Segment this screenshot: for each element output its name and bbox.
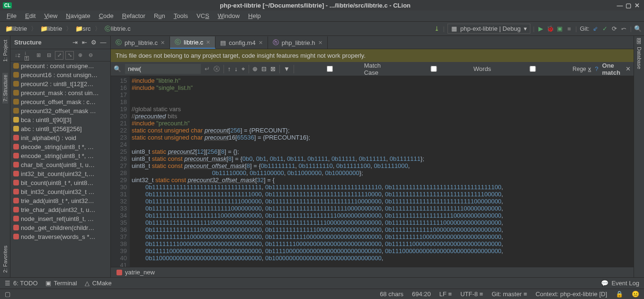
stop-icon[interactable]: ■ — [566, 26, 572, 32]
structure-item[interactable]: decode_string(uint8_t *, … — [10, 142, 110, 151]
structure-item[interactable]: node_insert_ref(uint8_t, … — [10, 214, 110, 223]
code-editor[interactable]: 15 16 17 18 19 20 21 22 23 24 25 26 27 2… — [111, 76, 634, 267]
close-icon[interactable]: ✕ — [206, 39, 210, 45]
help-icon[interactable]: ? — [595, 65, 598, 72]
sort-visibility-icon[interactable]: ↓⚿ — [24, 51, 32, 60]
sort-alpha-icon[interactable]: ↓ẓ — [13, 51, 22, 60]
regex-checkbox[interactable]: Regex — [495, 65, 591, 72]
structure-item[interactable]: abc : uint8_t[256][256] — [10, 124, 110, 133]
group2-icon[interactable]: ⊟ — [45, 51, 53, 60]
git-commit-icon[interactable]: ✓ — [602, 26, 608, 32]
add-selection-icon[interactable]: ⊕ — [252, 65, 258, 72]
menu-code[interactable]: Code — [95, 11, 117, 20]
tool-terminal[interactable]: ▣Terminal — [45, 280, 77, 287]
crumb-label[interactable]: yatrie_new — [125, 269, 155, 276]
tab-php-libtrie-h[interactable]: ⓗ php_libtrie.h ✕ — [268, 36, 328, 49]
newline-icon[interactable]: ↵ — [205, 65, 210, 72]
tool-todo[interactable]: ☰6: TODO — [5, 280, 38, 287]
prev-match-icon[interactable]: ↑ — [228, 65, 231, 72]
select-word-icon[interactable]: ⊟ — [261, 65, 267, 72]
words-checkbox[interactable]: Words — [396, 65, 491, 72]
close-find-icon[interactable]: ✕ — [626, 65, 631, 72]
menu-window[interactable]: Window — [214, 11, 243, 20]
tool-database[interactable]: Database — [636, 45, 642, 71]
close-icon[interactable]: ✕ — [259, 40, 263, 46]
structure-item[interactable]: precount_mask : const uin… — [10, 88, 110, 97]
structure-item[interactable]: trie_char_add(uint32_t, u… — [10, 205, 110, 214]
group-icon[interactable]: ⊞ — [34, 51, 43, 60]
close-icon[interactable]: ✕ — [161, 40, 165, 46]
tab-config-m4[interactable]: ▤ config.m4 ✕ — [215, 36, 268, 49]
find-input[interactable] — [125, 64, 201, 74]
tool-cmake[interactable]: △CMake — [85, 280, 112, 287]
collapse-all-icon[interactable]: ⊖ — [86, 51, 95, 60]
coverage-icon[interactable]: ▣ — [556, 26, 563, 32]
structure-item[interactable]: init_alphabet() : void — [10, 133, 110, 142]
structure-item[interactable]: char_bit_count(uint8_t, u… — [10, 160, 110, 169]
close-icon[interactable]: ✕ — [318, 40, 322, 46]
code-content[interactable]: #include "libtrie.h" #include "single_li… — [130, 76, 634, 267]
minimize-button[interactable]: — — [616, 2, 624, 9]
menu-edit[interactable]: Edit — [21, 11, 39, 20]
menu-refactor[interactable]: Refactor — [118, 11, 149, 20]
breadcrumb-item[interactable]: 📁 libtrie — [3, 24, 30, 33]
menu-navigate[interactable]: Navigate — [62, 11, 94, 20]
git-history-icon[interactable]: ⟳ — [611, 26, 618, 32]
breadcrumb-item[interactable]: 📁 libtrie — [38, 24, 65, 33]
structure-item[interactable]: encode_string(uint8_t *, … — [10, 151, 110, 160]
autoscroll-source-icon[interactable]: ⤢ — [55, 51, 63, 60]
status-pos[interactable]: 694:20 — [412, 290, 431, 298]
hide-icon[interactable]: — — [100, 39, 107, 46]
status-encoding[interactable]: UTF-8 ≡ — [460, 290, 483, 298]
git-revert-icon[interactable]: ⤺ — [621, 26, 627, 32]
maximize-button[interactable]: ▢ — [624, 2, 633, 9]
close-window-button[interactable]: ✕ — [633, 2, 641, 9]
next-match-icon[interactable]: ↓ — [234, 65, 238, 72]
match-case-checkbox[interactable]: Match Case — [297, 62, 392, 76]
tool-project[interactable]: 1: Project — [2, 38, 8, 63]
debug-icon[interactable]: 🐞 — [547, 26, 554, 32]
structure-item[interactable]: node_get_children(childr… — [10, 223, 110, 232]
menu-view[interactable]: View — [40, 11, 61, 20]
tab-libtrie-c[interactable]: ⓒ libtrie.c ✕ — [170, 36, 215, 49]
menu-vcs[interactable]: VCS — [193, 11, 213, 20]
clear-icon[interactable]: ⓧ — [214, 65, 220, 73]
autoscroll-editor-icon[interactable]: ⤡ — [65, 51, 74, 60]
menu-help[interactable]: Help — [244, 11, 265, 20]
structure-item[interactable]: precount32_offset_mask … — [10, 106, 110, 115]
filter-icon[interactable]: ▼ — [284, 65, 290, 72]
structure-item[interactable]: bit_count(uint8_t *, uint8… — [10, 178, 110, 187]
structure-item[interactable]: precount_offset_mask : c… — [10, 97, 110, 106]
structure-item[interactable]: precount2 : uint8_t[12][2… — [10, 79, 110, 88]
structure-item[interactable]: precount16 : const unsign… — [10, 70, 110, 79]
breadcrumb-item[interactable]: 📁 src — [73, 24, 93, 33]
structure-item[interactable]: bit_int32_count(uint32_t … — [10, 187, 110, 196]
structure-item[interactable]: node_traverse(words_s *… — [10, 232, 110, 241]
status-line-ending[interactable]: LF ≡ — [439, 290, 452, 298]
structure-item[interactable]: int32_bit_count(uint32_t,… — [10, 169, 110, 178]
inspections-icon[interactable]: 😐 — [632, 290, 639, 298]
lock-icon[interactable]: 🔒 — [616, 290, 623, 298]
collapse-icon[interactable]: ⇥ — [72, 39, 78, 46]
event-log[interactable]: 💬Event Log — [601, 280, 639, 287]
tool-structure[interactable]: 7: Structure — [2, 73, 8, 104]
status-branch[interactable]: Git: master ≡ — [492, 290, 527, 298]
git-update-icon[interactable]: ⇙ — [592, 26, 599, 32]
structure-item[interactable]: trie_add(uint8_t *, uint32… — [10, 196, 110, 205]
expand-all-icon[interactable]: ⊕ — [76, 51, 84, 60]
gear-icon[interactable]: ⚙ — [90, 39, 97, 46]
run-icon[interactable]: ▶ — [537, 26, 544, 32]
expand-icon[interactable]: ⇤ — [81, 39, 88, 46]
search-icon[interactable]: 🔍 — [635, 26, 641, 32]
select-all-icon[interactable]: ⌖ — [242, 65, 245, 73]
breadcrumb-item[interactable]: ⓒ libtrie.c — [102, 24, 134, 33]
status-context[interactable]: Context: php-ext-libtrie [D] — [536, 290, 607, 298]
run-config-selector[interactable]: ▦ php-ext-libtrie | Debug ▾ — [447, 24, 530, 34]
build-icon[interactable]: ⤓ — [434, 26, 440, 32]
menu-run[interactable]: Run — [150, 11, 169, 20]
tool-windows-icon[interactable]: ▢ — [5, 290, 10, 298]
tool-favorites[interactable]: 2: Favorites — [2, 244, 8, 274]
structure-item[interactable]: precount : const unsigne… — [10, 62, 110, 70]
select-all-occ-icon[interactable]: ⊠ — [270, 65, 276, 72]
menu-tools[interactable]: Tools — [170, 11, 192, 20]
